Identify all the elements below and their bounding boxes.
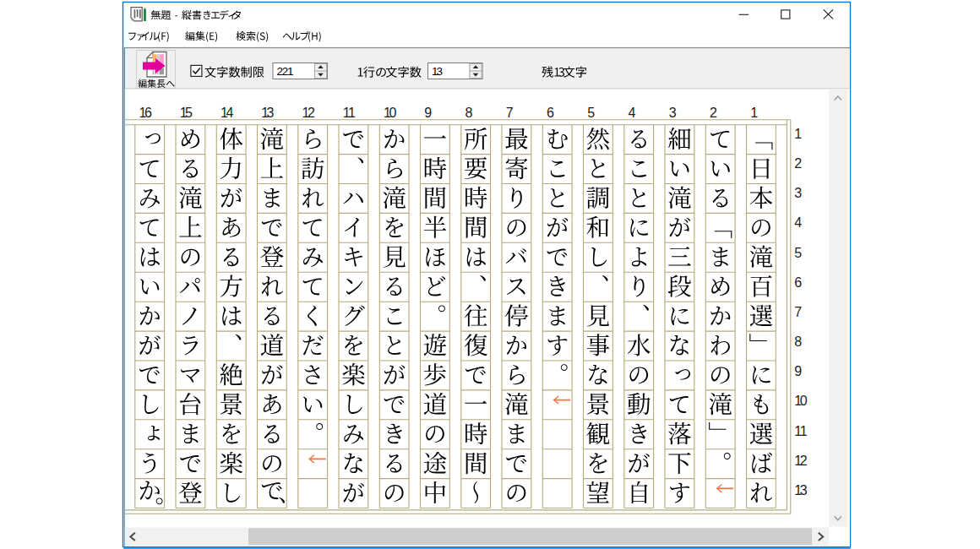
svg-text:10: 10 (794, 394, 807, 408)
svg-text:7: 7 (506, 106, 514, 120)
svg-text:7: 7 (794, 305, 802, 319)
svg-text:8: 8 (466, 106, 473, 120)
svg-text:3: 3 (794, 186, 802, 200)
svg-text:14: 14 (220, 106, 233, 120)
svg-text:16: 16 (139, 106, 152, 120)
svg-text:13: 13 (261, 106, 274, 120)
svg-text:4: 4 (794, 215, 802, 230)
svg-text:13: 13 (794, 483, 807, 497)
svg-text:2: 2 (710, 106, 717, 120)
svg-text:3: 3 (669, 106, 677, 120)
svg-text:6: 6 (794, 275, 802, 290)
svg-text:6: 6 (547, 106, 554, 120)
svg-text:9: 9 (424, 106, 432, 120)
svg-text:12: 12 (302, 106, 315, 120)
svg-text:8: 8 (794, 334, 802, 349)
svg-text:13: 13 (432, 65, 443, 78)
svg-text:11: 11 (343, 106, 356, 120)
svg-text:9: 9 (794, 364, 802, 378)
svg-text:5: 5 (587, 106, 595, 120)
svg-text:221: 221 (277, 65, 294, 78)
svg-text:4: 4 (629, 106, 636, 120)
svg-text:1: 1 (750, 106, 758, 120)
svg-text:10: 10 (384, 106, 396, 120)
svg-text:11: 11 (794, 424, 807, 438)
svg-text:1: 1 (794, 127, 802, 141)
svg-text:2: 2 (794, 156, 802, 171)
svg-text:5: 5 (794, 246, 802, 260)
svg-text:15: 15 (180, 106, 193, 120)
svg-text:12: 12 (794, 454, 807, 468)
